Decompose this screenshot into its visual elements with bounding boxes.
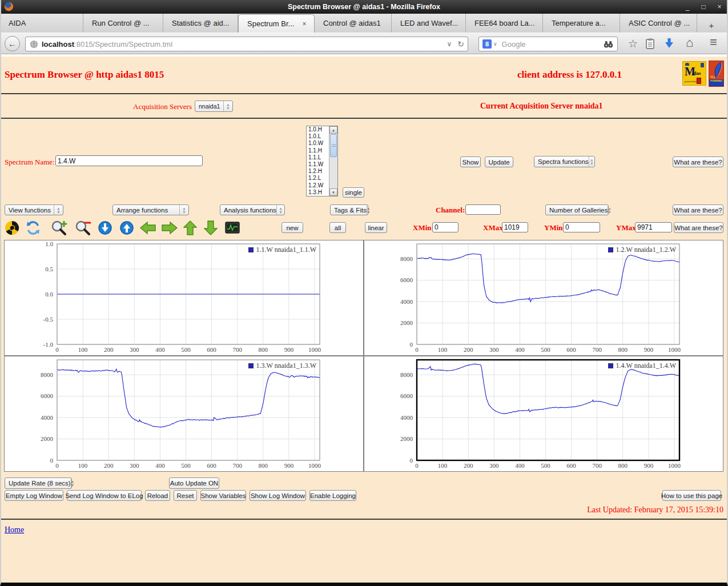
list-item[interactable]: 1.2.H [307,168,329,175]
tab-asic-control[interactable]: ASIC Control @ ... [620,14,697,33]
acquisition-server-select[interactable]: nnaida1 ∧∨ [195,101,233,112]
search-engine-icon[interactable]: 8 [482,39,492,49]
search-dropdown-icon[interactable]: ∨ [493,41,497,47]
chart-panel-1-4-w[interactable]: 0100200300400500600700800900100002000400… [364,356,723,472]
list-item[interactable]: 1.3.H [307,189,329,196]
tab-statistics[interactable]: Statistics @ aid... [163,14,238,33]
all-button[interactable]: all [329,222,346,233]
search-bar[interactable]: 8 ∨ Google [478,37,618,51]
update-rate-select[interactable]: Update Rate (8 secs) ∧∨ [5,477,72,489]
tab-spectrum-browser[interactable]: Spectrum Br... × [238,14,315,33]
single-button[interactable]: single [343,187,364,198]
scrollbar-thumb[interactable] [330,134,337,157]
svg-text:4000: 4000 [41,414,54,421]
spectrum-list-items[interactable]: 1.0.H1.0.L1.0.W1.1.H1.1.L1.1.W1.2.H1.2.L… [307,126,329,196]
list-scrollbar[interactable]: ▲ ▼ [329,126,337,196]
radiation-icon[interactable] [5,220,19,235]
svg-text:2000: 2000 [400,435,413,442]
channel-input[interactable] [465,204,501,215]
home-icon[interactable]: ⌂ [686,35,693,50]
new-button[interactable]: new [281,222,303,233]
midas-logo[interactable]: M idas powered by [682,61,706,86]
update-button[interactable]: Update [485,156,513,167]
send-log-to-elog-button[interactable]: Send Log Window to ELog [67,490,142,501]
minimize-icon[interactable]: _ [683,3,691,11]
chart-panel-1-2-w[interactable]: 0100200300400500600700800900100002000400… [364,240,723,356]
back-button[interactable]: ← [5,36,20,51]
list-item[interactable]: 1.2.W [307,182,329,189]
refresh-icon[interactable] [26,220,41,235]
xmax-label: XMax [483,223,503,232]
ymax-input[interactable] [635,222,672,232]
analysis-functions-select[interactable]: Analysis functions ∧∨ [220,204,285,215]
url-dropdown-icon[interactable]: ∨ [447,40,452,48]
home-link[interactable]: Home [5,525,24,535]
binoculars-icon[interactable] [604,40,613,49]
clipboard-icon[interactable] [646,38,654,49]
tags-fits-select[interactable]: Tags & Fits ∧∨ [330,204,368,215]
url-bar[interactable]: localhost:8015/Spectrum/Spectrum.tml ∨ ↻ [25,37,468,51]
new-tab-button[interactable]: + [702,18,721,33]
list-item[interactable]: 1.1.W [307,161,329,168]
chart-panel-1-1-w[interactable]: 01002003004005006007008009001000-1.0-0.5… [4,240,364,356]
spectrum-name-input[interactable] [55,155,203,166]
auto-update-button[interactable]: Auto Update ON [169,477,219,489]
scroll-down-icon[interactable]: ▼ [329,188,337,196]
list-item[interactable]: 1.0.L [307,133,329,140]
pan-right-icon[interactable] [162,222,178,234]
tab-fee64[interactable]: FEE64 board La... [466,14,543,33]
tab-close-icon[interactable]: × [302,20,306,28]
pan-down-icon[interactable] [204,220,218,235]
maximize-icon[interactable]: □ [699,3,707,11]
compress-y-icon[interactable] [98,221,112,235]
list-item[interactable]: 1.2.L [307,175,329,182]
zoom-out-icon[interactable] [74,220,91,236]
spectrum-list[interactable]: 1.0.H1.0.L1.0.W1.1.H1.1.L1.1.W1.2.H1.2.L… [306,126,338,196]
what-are-these-button-3[interactable]: What are these? [674,222,723,233]
view-functions-select[interactable]: View functions ∧∨ [5,204,63,215]
download-arrow-icon[interactable] [664,38,674,49]
reload-icon[interactable]: ↻ [457,39,464,49]
chart-panel-1-3-w[interactable]: 0100200300400500600700800900100002000400… [4,356,364,472]
pan-left-icon[interactable] [140,222,156,234]
what-are-these-button-1[interactable]: What are these? [673,156,723,167]
scroll-track[interactable] [329,158,337,188]
show-button[interactable]: Show [460,156,481,167]
show-log-window-button[interactable]: Show Log Window [250,490,306,501]
reset-button[interactable]: Reset [174,490,197,501]
tab-led-waveform[interactable]: LED and Wavef... [392,14,466,33]
tcl-logo[interactable]: TCL POWERED [709,61,724,87]
menu-icon[interactable]: ≡ [710,35,717,50]
ymin-input[interactable] [563,222,600,232]
what-are-these-button-2[interactable]: What are these? [673,204,723,215]
list-item[interactable]: 1.0.W [307,140,329,147]
linear-button[interactable]: linear [365,222,387,233]
number-of-galleries-select[interactable]: Number of Galleries ∧∨ [545,204,609,215]
pan-up-icon[interactable] [183,220,197,235]
spectra-functions-select[interactable]: Spectra functions ∧∨ [534,156,595,167]
tab-temperature[interactable]: Temperature a... [543,14,620,33]
list-item[interactable]: 1.1.H [307,147,329,154]
legend-marker-icon [608,363,613,368]
enable-logging-button[interactable]: Enable Logging [309,490,356,501]
reload-button[interactable]: Reload [145,490,170,501]
arrange-functions-select[interactable]: Arrange functions ∧∨ [112,204,189,215]
tab-aida[interactable]: AIDA [0,14,83,33]
how-to-use-button[interactable]: How to use this page [662,490,721,501]
scroll-up-icon[interactable]: ▲ [329,126,337,134]
tab-run-control[interactable]: Run Control @ ... [83,14,163,33]
svg-text:200: 200 [464,346,473,353]
zoom-in-icon[interactable] [50,220,67,236]
list-item[interactable]: 1.0.H [307,126,329,133]
oscilloscope-icon[interactable] [225,222,240,234]
close-icon[interactable]: × [715,3,723,11]
tab-control[interactable]: Control @ aidas1 [315,14,392,33]
expand-y-icon[interactable] [120,221,134,235]
svg-text:100: 100 [438,462,448,469]
list-item[interactable]: 1.1.L [307,154,329,161]
empty-log-window-button[interactable]: Empty Log Window [5,490,63,501]
bookmark-star-icon[interactable]: ☆ [628,37,638,50]
xmax-input[interactable] [502,222,528,232]
xmin-input[interactable] [432,222,458,232]
show-variables-button[interactable]: Show Variables [200,490,246,501]
